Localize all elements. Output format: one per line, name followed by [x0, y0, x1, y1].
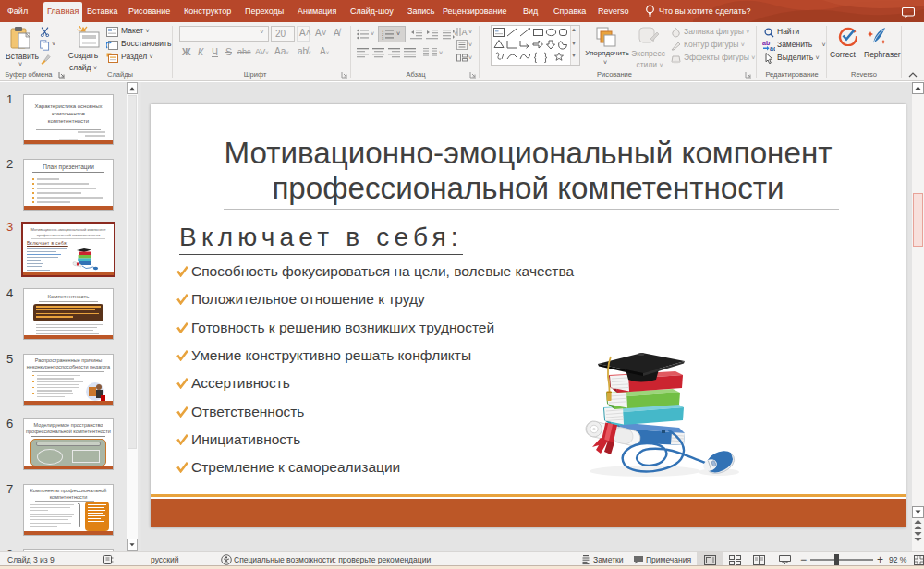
svg-text:ab: ab — [762, 40, 770, 46]
svg-text:ac: ac — [770, 45, 775, 52]
svg-text:3: 3 — [382, 36, 384, 41]
svg-text:A: A — [462, 28, 468, 37]
